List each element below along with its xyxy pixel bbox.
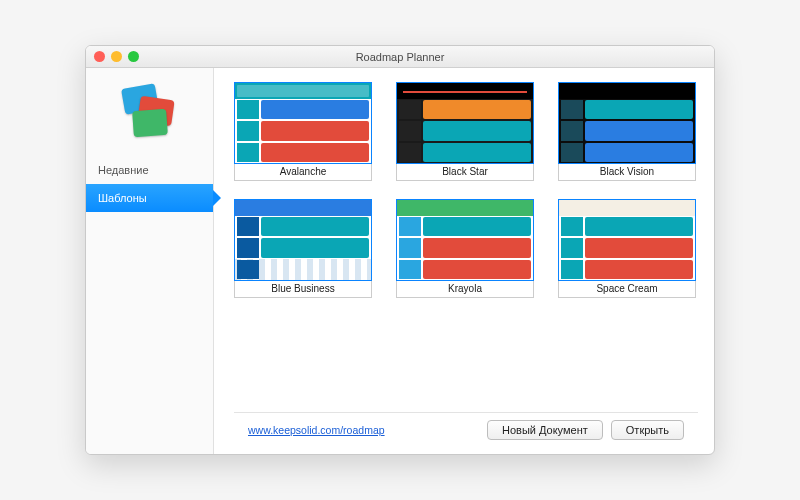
template-card[interactable]: Black Star bbox=[396, 82, 534, 181]
sidebar-item-label: Шаблоны bbox=[98, 192, 147, 204]
template-thumb bbox=[558, 82, 696, 164]
template-card[interactable]: Space Cream bbox=[558, 199, 696, 298]
sidebar-item-templates[interactable]: Шаблоны bbox=[86, 184, 213, 212]
window-body: Недавние Шаблоны Avala bbox=[86, 68, 714, 454]
sidebar-item-label: Недавние bbox=[98, 164, 149, 176]
website-link[interactable]: www.keepsolid.com/roadmap bbox=[248, 424, 385, 436]
template-card[interactable]: Blue Business bbox=[234, 199, 372, 298]
titlebar: Roadmap Planner bbox=[86, 46, 714, 68]
app-window: Roadmap Planner Недавние Шаблоны bbox=[85, 45, 715, 455]
sidebar-item-recent[interactable]: Недавние bbox=[86, 156, 213, 184]
app-icon bbox=[121, 84, 179, 142]
template-name: Blue Business bbox=[234, 281, 372, 298]
footer: www.keepsolid.com/roadmap Новый Документ… bbox=[234, 412, 698, 446]
template-thumb bbox=[234, 199, 372, 281]
template-thumb bbox=[558, 199, 696, 281]
template-name: Black Star bbox=[396, 164, 534, 181]
sidebar: Недавние Шаблоны bbox=[86, 68, 214, 454]
window-title: Roadmap Planner bbox=[86, 51, 714, 63]
template-card[interactable]: Avalanche bbox=[234, 82, 372, 181]
template-card[interactable]: Black Vision bbox=[558, 82, 696, 181]
template-name: Space Cream bbox=[558, 281, 696, 298]
template-name: Krayola bbox=[396, 281, 534, 298]
new-document-button[interactable]: Новый Документ bbox=[487, 420, 603, 440]
template-thumb bbox=[234, 82, 372, 164]
main-pane: Avalanche Black Star bbox=[214, 68, 714, 454]
template-grid: Avalanche Black Star bbox=[234, 82, 698, 412]
template-card[interactable]: Krayola bbox=[396, 199, 534, 298]
template-thumb bbox=[396, 82, 534, 164]
template-thumb bbox=[396, 199, 534, 281]
template-name: Black Vision bbox=[558, 164, 696, 181]
template-name: Avalanche bbox=[234, 164, 372, 181]
open-button[interactable]: Открыть bbox=[611, 420, 684, 440]
